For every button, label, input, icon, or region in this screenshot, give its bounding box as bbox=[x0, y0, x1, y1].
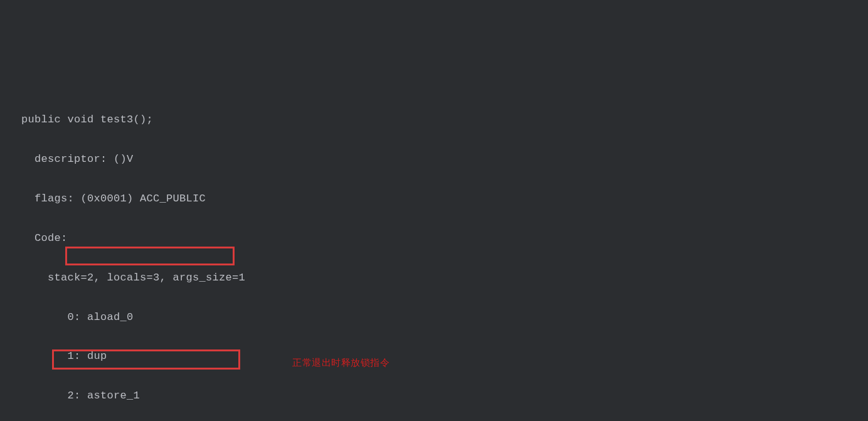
annotation-normal-exit: 正常退出时释放锁指令 bbox=[292, 354, 389, 371]
highlight-box-monitorenter bbox=[65, 247, 235, 265]
code-line: 0: aload_0 bbox=[21, 307, 868, 327]
code-signature: public void test3(); bbox=[21, 110, 868, 129]
code-container: public void test3(); descriptor: ()V fla… bbox=[21, 90, 868, 421]
code-line: 1: dup bbox=[21, 346, 868, 366]
code-line: 2: astore_1 bbox=[21, 386, 868, 405]
code-stack: stack=2, locals=3, args_size=1 bbox=[21, 268, 868, 287]
code-descriptor: descriptor: ()V bbox=[21, 149, 868, 169]
code-flags: flags: (0x0001) ACC_PUBLIC bbox=[21, 189, 868, 208]
code-label: Code: bbox=[21, 228, 868, 248]
